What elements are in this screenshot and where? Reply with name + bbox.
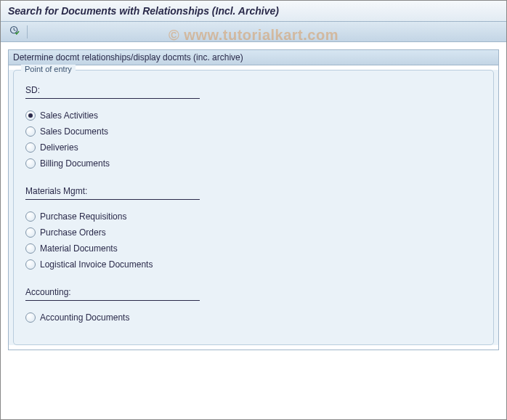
radio-label: Purchase Requisitions <box>40 211 126 222</box>
radio-purchase-orders[interactable]: Purchase Orders <box>25 225 484 241</box>
title-bar: Search for Documents with Relationships … <box>1 1 506 22</box>
section-underline <box>25 98 200 99</box>
section-header-accounting: Accounting: <box>23 283 484 300</box>
execute-button[interactable] <box>7 25 23 39</box>
radio-sales-activities[interactable]: Sales Activities <box>25 108 484 124</box>
panel-title: Determine docmt relationships/display do… <box>9 50 498 65</box>
radio-label: Sales Documents <box>40 126 108 137</box>
radio-icon <box>25 142 36 153</box>
content-area: Determine docmt relationships/display do… <box>1 42 506 358</box>
radio-material-documents[interactable]: Material Documents <box>25 241 484 257</box>
radio-deliveries[interactable]: Deliveries <box>25 140 484 156</box>
radio-icon <box>25 243 36 254</box>
radio-icon <box>25 227 36 238</box>
section-underline <box>25 300 200 301</box>
radio-list-sd: Sales Activities Sales Documents Deliver… <box>23 108 484 182</box>
radio-purchase-requisitions[interactable]: Purchase Requisitions <box>25 209 484 225</box>
radio-label: Logistical Invoice Documents <box>40 259 153 270</box>
radio-icon <box>25 158 36 169</box>
radio-list-accounting: Accounting Documents <box>23 310 484 336</box>
svg-line-2 <box>14 30 15 31</box>
radio-accounting-documents[interactable]: Accounting Documents <box>25 310 484 326</box>
section-underline <box>25 199 200 200</box>
group-point-of-entry: Point of entry SD: Sales Activities Sale… <box>13 70 494 345</box>
radio-icon <box>25 211 36 222</box>
panel-body: Point of entry SD: Sales Activities Sale… <box>9 70 498 345</box>
radio-icon <box>25 110 36 121</box>
group-legend: Point of entry <box>21 65 76 73</box>
radio-label: Purchase Orders <box>40 227 106 238</box>
clock-check-icon <box>9 25 20 38</box>
radio-label: Material Documents <box>40 243 118 254</box>
toolbar <box>1 22 506 42</box>
radio-billing-documents[interactable]: Billing Documents <box>25 156 484 171</box>
radio-icon <box>25 259 36 270</box>
radio-label: Billing Documents <box>40 158 110 169</box>
radio-logistical-invoice-documents[interactable]: Logistical Invoice Documents <box>25 257 484 272</box>
page-title: Search for Documents with Relationships … <box>8 5 499 17</box>
radio-sales-documents[interactable]: Sales Documents <box>25 124 484 140</box>
radio-list-mm: Purchase Requisitions Purchase Orders Ma… <box>23 209 484 283</box>
radio-label: Sales Activities <box>40 110 98 121</box>
radio-icon <box>25 126 36 137</box>
toolbar-separator <box>27 25 28 39</box>
section-header-sd: SD: <box>23 81 484 98</box>
radio-label: Deliveries <box>40 142 78 153</box>
section-header-mm: Materials Mgmt: <box>23 182 484 199</box>
radio-icon <box>25 312 36 323</box>
main-panel: Determine docmt relationships/display do… <box>8 49 499 350</box>
radio-label: Accounting Documents <box>40 312 129 323</box>
